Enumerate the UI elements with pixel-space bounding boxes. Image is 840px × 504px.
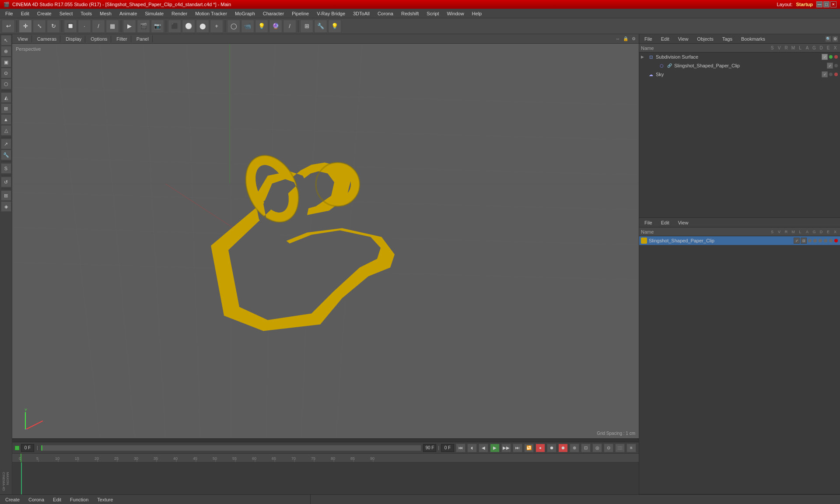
material-tab-file[interactable]: File <box>641 219 656 226</box>
hierarchy-item-subdivision[interactable]: ▶ ⊡ Subdivision Surface ✓ <box>639 52 840 61</box>
left-btn-5[interactable]: ⬡ <box>1 79 11 89</box>
viewport-3d[interactable]: Perspective Grid Spacing : 1 cm X Y Z <box>12 44 639 438</box>
fps-box-val[interactable]: 0 F <box>441 444 454 452</box>
left-btn-10[interactable]: ↗ <box>1 139 11 149</box>
viewport-icon-expand[interactable]: ↔ <box>614 35 621 42</box>
grid-button[interactable]: ⊞ <box>300 20 313 33</box>
play-fast-button[interactable]: ▶▶ <box>501 444 511 452</box>
scale-tool-button[interactable]: ⤡ <box>33 20 46 33</box>
viewport-tab-display[interactable]: Display <box>62 35 85 42</box>
spline-button[interactable]: / <box>283 20 296 33</box>
sphere-button[interactable]: ⚪ <box>182 20 195 33</box>
material-tab-view[interactable]: View <box>675 219 692 226</box>
poly-mode-button[interactable]: ▦ <box>106 20 119 33</box>
menu-file[interactable]: File <box>2 10 17 17</box>
hierarchy-tab-edit[interactable]: Edit <box>658 35 673 42</box>
plus-button[interactable]: + <box>210 20 223 33</box>
left-btn-12[interactable]: S <box>1 163 11 174</box>
left-btn-3[interactable]: ▣ <box>1 57 11 67</box>
undo-button[interactable]: ↩ <box>2 20 15 33</box>
play-loop-button[interactable]: 🔁 <box>524 444 534 452</box>
left-btn-2[interactable]: ⊕ <box>1 46 11 56</box>
menu-select[interactable]: Select <box>56 10 77 17</box>
viewport-tab-view[interactable]: View <box>14 35 32 42</box>
timeline-icon-5[interactable]: ⊡ <box>581 444 591 452</box>
menu-motiontracker[interactable]: Motion Tracker <box>192 10 231 17</box>
render-all-button[interactable]: 📷 <box>151 20 164 33</box>
menu-animate[interactable]: Animate <box>116 10 140 17</box>
menu-redshift[interactable]: Redshift <box>398 10 422 17</box>
play-end-button[interactable]: ⏭ <box>513 444 522 452</box>
play-prev-button[interactable]: ⏴ <box>467 444 477 452</box>
mat-icon-2[interactable]: ⊡ <box>801 238 807 244</box>
hi-icon-2[interactable]: ✓ <box>827 63 833 69</box>
cylinder-button[interactable]: ⬤ <box>196 20 209 33</box>
timeline-scrubber[interactable] <box>41 445 422 451</box>
menu-window[interactable]: Window <box>443 10 467 17</box>
render-settings-button[interactable]: 🎬 <box>137 20 150 33</box>
timeline-icon-8[interactable]: :::: <box>615 444 625 452</box>
left-btn-9[interactable]: △ <box>1 125 11 136</box>
menu-tools[interactable]: Tools <box>77 10 95 17</box>
hierarchy-search-icon[interactable]: 🔍 <box>825 36 831 42</box>
me-tab-function[interactable]: Function <box>66 496 92 503</box>
snap-button[interactable]: 🔧 <box>314 20 327 33</box>
viewport-tab-options[interactable]: Options <box>87 35 111 42</box>
left-btn-6[interactable]: ◭ <box>1 92 11 103</box>
menu-script[interactable]: Script <box>423 10 442 17</box>
menu-character[interactable]: Character <box>259 10 287 17</box>
left-btn-13[interactable]: ↺ <box>1 177 11 187</box>
timeline-icon-4[interactable]: ⊕ <box>570 444 579 452</box>
me-tab-corona[interactable]: Corona <box>25 496 48 503</box>
lamp-button[interactable]: 💡 <box>328 20 341 33</box>
material-tab-edit[interactable]: Edit <box>658 219 673 226</box>
end-frame-box[interactable]: 90 F <box>423 444 436 452</box>
minimize-button[interactable]: — <box>816 1 822 7</box>
hierarchy-tab-tags[interactable]: Tags <box>719 35 736 42</box>
timeline-icon-1[interactable]: ● <box>536 444 545 452</box>
timeline-icon-6[interactable]: ◎ <box>592 444 602 452</box>
play-forward-button[interactable]: ▶ <box>490 444 500 452</box>
point-mode-button[interactable]: · <box>78 20 91 33</box>
timeline-track[interactable] <box>12 462 639 494</box>
hierarchy-item-slingshot[interactable]: ⬡ 🔗 Slingshot_Shaped_Paper_Clip ✓ <box>639 61 840 70</box>
hierarchy-tab-view[interactable]: View <box>675 35 692 42</box>
menu-render[interactable]: Render <box>168 10 191 17</box>
maximize-button[interactable]: □ <box>823 1 830 7</box>
left-btn-8[interactable]: ▲ <box>1 114 11 125</box>
camera-button[interactable]: 📹 <box>241 20 254 33</box>
object-mode-button[interactable]: 🔲 <box>64 20 77 33</box>
left-btn-14[interactable]: ⊞ <box>1 190 11 201</box>
menu-corona[interactable]: Corona <box>374 10 397 17</box>
timeline-icon-7[interactable]: ⊙ <box>604 444 613 452</box>
viewport-icon-lock[interactable]: 🔒 <box>622 35 629 42</box>
menu-simulate[interactable]: Simulate <box>141 10 167 17</box>
hi-icon-3[interactable]: ✓ <box>822 71 828 77</box>
material-item-slingshot[interactable]: Slingshot_Shaped_Paper_Clip ✓ ⊡ <box>639 236 840 245</box>
menu-vraybridge[interactable]: V-Ray Bridge <box>313 10 349 17</box>
hierarchy-tab-bookmarks[interactable]: Bookmarks <box>738 35 769 42</box>
menu-create[interactable]: Create <box>34 10 55 17</box>
rotate-tool-button[interactable]: ↻ <box>47 20 60 33</box>
menu-edit[interactable]: Edit <box>18 10 33 17</box>
hierarchy-item-sky[interactable]: ☁ Sky ✓ <box>639 70 840 79</box>
hierarchy-config-icon[interactable]: ⚙ <box>832 36 838 42</box>
hi-icon-1[interactable]: ✓ <box>822 54 828 60</box>
mat-icon-1[interactable]: ✓ <box>794 238 800 244</box>
viewport-tab-panel[interactable]: Panel <box>133 35 153 42</box>
move-tool-button[interactable]: ✛ <box>19 20 32 33</box>
timeline-icon-2[interactable]: ⏺ <box>547 444 556 452</box>
viewport-scrollbar[interactable] <box>12 438 639 442</box>
me-tab-create[interactable]: Create <box>2 496 23 503</box>
left-btn-4[interactable]: ⊙ <box>1 68 11 78</box>
hierarchy-tab-objects[interactable]: Objects <box>693 35 717 42</box>
left-btn-11[interactable]: 🔧 <box>1 150 11 160</box>
menu-mograph[interactable]: MoGraph <box>231 10 259 17</box>
left-btn-7[interactable]: ⊞ <box>1 103 11 114</box>
viewport-icon-config[interactable]: ⚙ <box>630 35 637 42</box>
render-button[interactable]: ▶ <box>123 20 136 33</box>
edge-mode-button[interactable]: / <box>92 20 105 33</box>
null-button[interactable]: ◯ <box>227 20 240 33</box>
timeline-icon-9[interactable]: ≡ <box>626 444 636 452</box>
current-frame-box[interactable]: 0 F <box>21 444 34 452</box>
